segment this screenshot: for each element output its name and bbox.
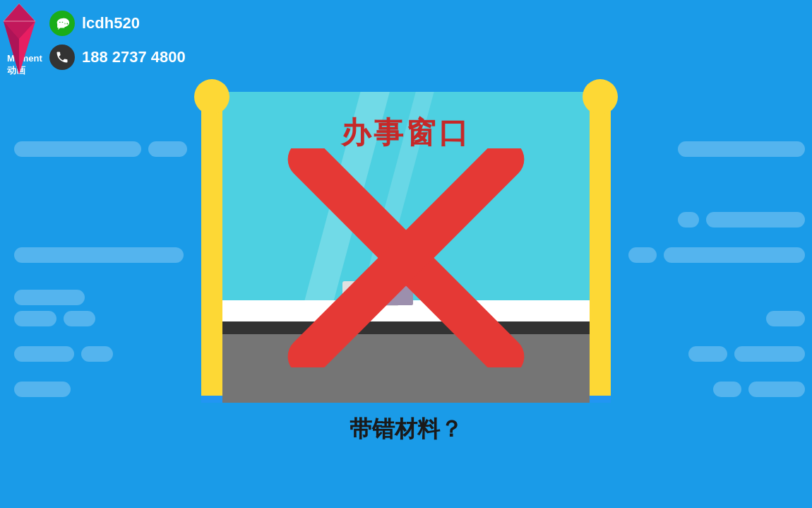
bg-bar [734, 346, 805, 362]
bg-bar [748, 382, 805, 397]
bg-bar [81, 346, 113, 362]
window-label: 办事窗口 [222, 113, 590, 153]
x-mark [244, 148, 568, 367]
bg-bar [14, 290, 85, 305]
pole-ball-right [583, 79, 618, 114]
logo-diamond [0, 0, 39, 78]
bg-bar [14, 346, 74, 362]
bg-bar [148, 141, 187, 157]
bg-bar [64, 311, 95, 326]
bg-bar [706, 212, 805, 228]
bg-bar [14, 141, 141, 157]
pole-left [201, 92, 222, 396]
bg-bar [664, 247, 805, 263]
bg-bar [14, 382, 71, 397]
pole-right [590, 92, 611, 396]
bg-bar [688, 346, 727, 362]
bg-bar [678, 141, 805, 157]
bg-bar [14, 311, 56, 326]
bg-bar [713, 382, 741, 397]
bg-bar [766, 311, 805, 326]
bg-bar [678, 212, 699, 228]
window-frame: 办事窗口 [201, 92, 611, 403]
main-content: 办事窗口 带错材料？ [201, 92, 611, 452]
caption-text: 带错材料？ [201, 414, 611, 445]
bg-bar [14, 247, 184, 263]
header [0, 0, 226, 85]
bg-bar [628, 247, 657, 263]
